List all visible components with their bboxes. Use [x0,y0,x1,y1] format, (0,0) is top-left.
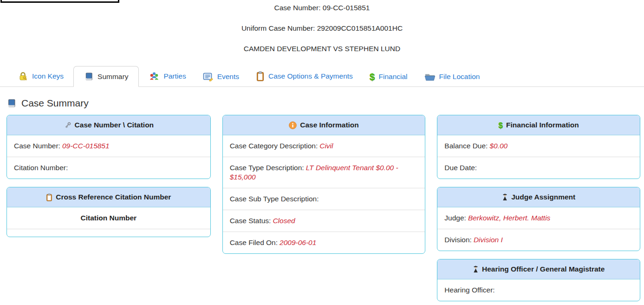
clipboard-icon [46,193,52,201]
field-row: Case Category Description:Civil [223,135,425,157]
field-label: Citation Number: [14,164,68,172]
tab-file-location[interactable]: File Location [417,67,487,86]
field-value: Berkowitz, Herbert. Mattis [468,214,550,222]
panel-case-information: Case Information Case Category Descripti… [222,115,426,254]
panel-title: Hearing Officer / General Magistrate [482,265,605,273]
tab-summary[interactable]: Summary [73,66,139,87]
dollar-icon: $ [499,122,503,129]
panel-title: Case Number \ Citation [75,121,154,129]
panel-grid: Case Number \ Citation Case Number:09-CC… [0,115,644,301]
page-title: Case Summary [7,98,644,109]
field-row: Judge:Berkowitz, Herbert. Mattis [437,207,640,229]
field-row: Case Type Description:LT Delinquent Tena… [223,157,425,188]
field-value: Division I [474,236,503,244]
book-icon [84,72,94,81]
panel-financial-information: $ Financial Information Balance Due:$0.0… [437,115,640,179]
tab-label: Icon Keys [32,72,64,80]
panel-hearing-officer: Hearing Officer / General Magistrate Hea… [437,259,640,301]
field-row: Case Sub Type Description: [223,188,425,210]
tab-label: Case Options & Payments [268,72,353,80]
case-title-line: CAMDEN DEVELOPMENT VS STEPHEN LUND [0,45,644,53]
events-icon [203,72,214,81]
case-header: Case Number: 09-CC-015851 Uniform Case N… [0,0,644,53]
panel-header: Case Number \ Citation [7,115,210,135]
field-row: Hearing Officer: [437,279,640,301]
column-header-row: Citation Number [7,207,210,229]
clipboard-icon [256,71,265,81]
panel-column-1: Case Number \ Citation Case Number:09-CC… [7,115,211,237]
field-value: 09-CC-015851 [62,142,110,150]
field-row: Citation Number: [7,157,210,179]
field-value: Civil [319,142,333,150]
judge-icon [473,265,479,273]
panel-header: $ Financial Information [437,115,640,135]
panel-header: Hearing Officer / General Magistrate [437,259,640,279]
panel-title: Cross Reference Citation Number [56,193,171,201]
field-row: Case Status:Closed [223,210,425,232]
panel-header: Judge Assignment [437,187,640,207]
field-label: Case Sub Type Description: [230,195,319,203]
panel-header: Case Information [223,115,425,135]
cutoff-input-box [0,0,119,3]
panel-title: Financial Information [506,121,579,129]
key-icon [64,121,72,129]
panel-header: Cross Reference Citation Number [7,187,210,207]
field-row: Case Filed On:2009-06-01 [223,232,425,253]
info-icon [289,121,297,129]
tab-label: Financial [379,73,408,81]
field-label: Case Type Description: [230,164,304,172]
tab-case-options-payments[interactable]: Case Options & Payments [249,66,360,86]
panel-title: Judge Assignment [511,193,575,201]
field-row: Balance Due:$0.00 [437,135,640,157]
field-row: Due Date: [437,157,640,179]
lock-icon [18,71,28,81]
empty-row [7,229,210,237]
field-value: 2009-06-01 [280,239,316,246]
panel-column-3: $ Financial Information Balance Due:$0.0… [437,115,640,301]
tab-label: Parties [163,72,186,80]
case-number-line: Case Number: 09-CC-015851 [0,4,644,12]
field-row: Case Number:09-CC-015851 [7,135,210,157]
page-title-text: Case Summary [21,98,89,109]
uniform-case-number-line: Uniform Case Number: 292009CC015851A001H… [0,24,644,32]
tab-label: File Location [439,73,480,81]
field-label: Division: [444,236,472,244]
field-label: Case Number: [14,142,60,150]
folder-icon [424,72,436,81]
field-value: $0.00 [489,142,507,150]
tab-label: Summary [98,73,128,81]
field-label: Case Filed On: [230,239,278,246]
field-label: Due Date: [444,164,477,172]
tab-icon-keys[interactable]: Icon Keys [11,66,71,86]
tab-events[interactable]: Events [196,67,246,86]
field-label: Judge: [444,214,466,222]
people-icon [149,71,160,81]
field-label: Case Status: [230,217,271,225]
panel-cross-reference-citation: Cross Reference Citation Number Citation… [7,187,211,237]
panel-case-number-citation: Case Number \ Citation Case Number:09-CC… [7,115,211,179]
judge-icon [502,193,508,201]
tab-financial[interactable]: $ Financial [363,67,415,86]
book-icon [7,98,17,108]
tab-bar: Icon Keys Summary Parties [0,65,644,87]
panel-column-2: Case Information Case Category Descripti… [222,115,426,254]
field-value: Closed [273,217,295,225]
field-label: Balance Due: [444,142,488,150]
panel-title: Case Information [300,121,359,129]
panel-judge-assignment: Judge Assignment Judge:Berkowitz, Herber… [437,187,640,251]
field-label: Hearing Officer: [444,286,494,294]
field-label: Case Category Description: [230,142,318,150]
field-row: Division:Division I [437,229,640,251]
tab-parties[interactable]: Parties [142,66,193,86]
dollar-icon: $ [370,72,375,81]
tab-label: Events [217,73,239,81]
